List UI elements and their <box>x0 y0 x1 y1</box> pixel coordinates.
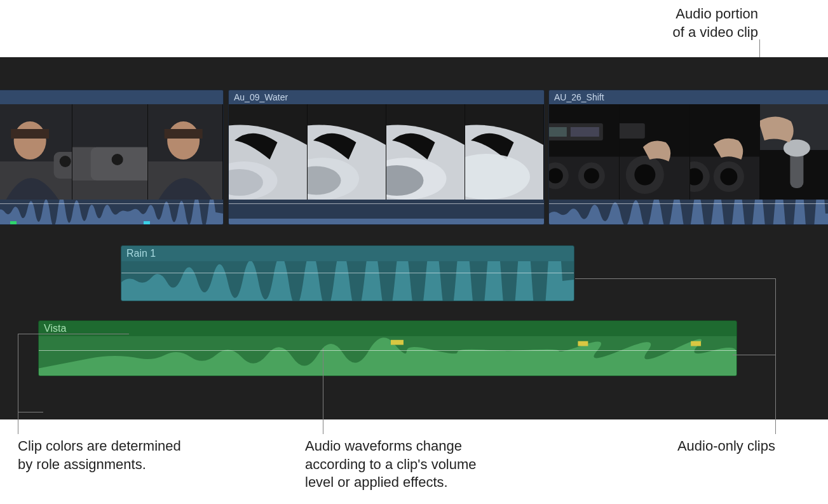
thumbnail <box>465 104 544 200</box>
svg-rect-3 <box>11 129 49 139</box>
svg-rect-40 <box>620 123 645 139</box>
callout-text: Clip colors are determined <box>18 438 181 454</box>
svg-point-5 <box>60 156 71 167</box>
svg-point-50 <box>784 140 810 157</box>
leader-line <box>775 278 776 434</box>
callout-waveforms: Audio waveforms change according to a cl… <box>305 437 477 492</box>
svg-rect-35 <box>571 127 599 137</box>
svg-rect-52 <box>578 341 588 346</box>
clip-label: AU_26_Shift <box>549 90 828 104</box>
clip-audio-waveform[interactable] <box>0 200 223 225</box>
audio-clip-rain[interactable]: Rain 1 <box>121 245 574 301</box>
callout-text: Audio waveforms change <box>305 438 462 454</box>
leader-line <box>323 348 323 434</box>
thumbnail <box>620 104 690 200</box>
clip-audio-waveform[interactable] <box>549 200 828 225</box>
clip-audio-waveform[interactable] <box>39 336 736 376</box>
callout-text: Audio portion <box>675 6 758 22</box>
callout-text: according to a clip's volume <box>305 456 477 472</box>
leader-line <box>18 334 129 334</box>
svg-point-2 <box>14 121 46 160</box>
thumbnail <box>229 104 308 200</box>
volume-level-line[interactable] <box>39 350 736 351</box>
leader-line <box>733 355 775 355</box>
callout-text: by role assignments. <box>18 456 146 472</box>
thumbnail <box>0 104 72 200</box>
clip-audio-waveform[interactable] <box>121 261 574 301</box>
svg-rect-51 <box>391 340 404 345</box>
svg-point-39 <box>634 165 655 186</box>
svg-rect-53 <box>691 341 701 346</box>
callout-text: Audio-only clips <box>677 438 775 454</box>
clip-audio-waveform[interactable] <box>229 200 544 225</box>
volume-level-line[interactable] <box>0 203 223 204</box>
volume-level-line[interactable] <box>121 273 574 273</box>
video-clip[interactable]: AU_26_Shift <box>548 90 828 225</box>
svg-point-32 <box>584 168 599 184</box>
svg-point-46 <box>720 168 737 186</box>
thumbnail <box>760 104 828 200</box>
volume-level-line[interactable] <box>549 203 828 204</box>
video-thumbnails <box>549 104 828 200</box>
clip-label <box>0 90 223 104</box>
clip-label: Au_09_Water <box>229 90 544 104</box>
thumbnail <box>549 104 620 200</box>
video-thumbnails <box>229 104 544 200</box>
audio-clip-vista[interactable]: Vista <box>38 320 737 376</box>
clip-label: Vista <box>39 321 736 336</box>
thumbnail <box>386 104 465 200</box>
svg-rect-34 <box>549 127 567 137</box>
clip-label: Rain 1 <box>121 246 574 261</box>
primary-storyline: Au_09_Water <box>0 90 828 226</box>
video-clip[interactable] <box>0 90 224 225</box>
thumbnail <box>308 104 386 200</box>
svg-point-11 <box>112 154 123 165</box>
callout-clip-colors: Clip colors are determined by role assig… <box>18 437 181 473</box>
thumbnail <box>690 104 761 200</box>
video-clip[interactable]: Au_09_Water <box>228 90 545 225</box>
callout-audio-portion: Audio portion of a video clip <box>672 5 758 41</box>
leader-line <box>575 278 775 279</box>
audio-marker[interactable] <box>10 221 17 225</box>
callout-text: level or applied effects. <box>305 474 448 490</box>
svg-point-14 <box>167 121 200 160</box>
thumbnail <box>148 104 223 200</box>
video-thumbnails <box>0 104 223 200</box>
timeline-panel: Au_09_Water <box>0 57 828 419</box>
audio-marker[interactable] <box>144 221 150 225</box>
svg-rect-15 <box>164 129 202 139</box>
callout-audio-only: Audio-only clips <box>677 437 775 456</box>
callout-text: of a video clip <box>672 24 758 40</box>
thumbnail <box>72 104 147 200</box>
volume-level-line[interactable] <box>229 203 544 204</box>
leader-line <box>18 334 18 434</box>
leader-line <box>18 412 43 412</box>
